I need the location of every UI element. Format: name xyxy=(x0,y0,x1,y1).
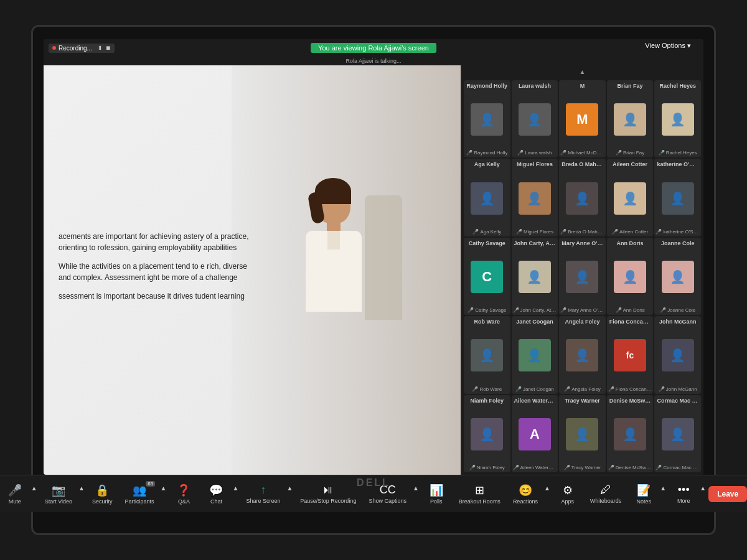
captions-chevron[interactable]: ▲ xyxy=(413,485,419,492)
more-chevron[interactable]: ▲ xyxy=(700,485,706,492)
mic-icon: 🎤 xyxy=(659,386,665,392)
scroll-up[interactable]: ▲ xyxy=(461,65,703,78)
mic-icon: 🎤 xyxy=(608,386,614,392)
participant-name-bottom: 🎤Brian Fay xyxy=(608,150,652,156)
participant-name-top: katherine O'Sull... xyxy=(655,161,700,167)
list-item: Mary Anne O'Ca...👤🎤Mary Anne O'Carroll xyxy=(559,238,606,315)
slide-bullet-3: ssessment is important because it drives… xyxy=(59,291,258,302)
participant-name-bottom: 🎤katherine O'Sullivan xyxy=(655,229,700,235)
mic-icon: 🎤 xyxy=(469,465,476,470)
mic-icon: 🎤 xyxy=(472,386,478,392)
pause-icon[interactable]: ⏸ xyxy=(97,45,103,51)
start-video-button[interactable]: 📷 Start Video xyxy=(40,481,77,507)
whiteboards-icon: 🖊 xyxy=(600,483,611,497)
stop-icon[interactable]: ⏹ xyxy=(105,45,111,51)
share-icon: ↑ xyxy=(260,483,266,497)
participant-name-bottom: 🎤Raymond Holly xyxy=(465,150,509,156)
slide-area: acements are important for achieving ast… xyxy=(44,65,461,475)
mute-chevron[interactable]: ▲ xyxy=(31,485,37,492)
list-item: Denise McSwee...👤🎤Denise McSweeney xyxy=(607,395,654,472)
mute-label: Mute xyxy=(9,498,21,505)
participant-name-bottom: 🎤Niamh Foley xyxy=(465,465,509,470)
more-button[interactable]: ••• More xyxy=(669,481,698,506)
mic-icon: 🎤 xyxy=(517,150,524,156)
participants-chevron[interactable]: ▲ xyxy=(161,485,167,492)
slide-bullet-1: acements are important for achieving ast… xyxy=(59,231,258,253)
list-item: Cormac Mac Sw...👤🎤Cormac Mac Sweeney xyxy=(654,395,701,472)
participant-name-top: Joanne Cole xyxy=(655,240,700,246)
participant-name-top: John McGann xyxy=(655,319,700,325)
leave-button[interactable]: Leave xyxy=(708,486,747,502)
more-label: More xyxy=(677,498,690,504)
mute-icon: 🎤 xyxy=(8,483,22,497)
video-chevron[interactable]: ▲ xyxy=(78,485,85,492)
mic-icon: 🎤 xyxy=(513,465,519,470)
avatar: 👤 xyxy=(662,339,694,371)
list-item: John Carty, Atlantic TU👤🎤John Carty, Atl… xyxy=(512,238,558,315)
breakout-label: Breakout Rooms xyxy=(459,498,500,505)
notes-button[interactable]: 📝 Notes xyxy=(629,481,659,507)
slide-bullet-2: While the activities on a placement tend… xyxy=(59,261,258,283)
participant-name-top: Brian Fay xyxy=(608,83,652,89)
avatar: 👤 xyxy=(519,182,551,215)
pause-stop-button[interactable]: ⏯ Pause/Stop Recording xyxy=(295,481,361,506)
breakout-button[interactable]: ⊞ Breakout Rooms xyxy=(454,481,505,507)
participant-name-top: Rachel Heyes xyxy=(655,83,700,89)
chat-button[interactable]: 💬 Chat xyxy=(201,481,231,507)
mic-icon: 🎤 xyxy=(564,386,570,392)
mic-icon: 🎤 xyxy=(608,465,614,470)
avatar: 👤 xyxy=(614,261,646,293)
share-screen-button[interactable]: ↑ Share Screen xyxy=(241,481,285,506)
mute-group: 🎤 Mute ▲ xyxy=(0,481,37,507)
mute-button[interactable]: 🎤 Mute xyxy=(0,481,30,507)
participant-name-bottom: 🎤Aileen Waterman xyxy=(513,465,557,470)
avatar: 👤 xyxy=(614,182,646,215)
participants-icon: 👥 xyxy=(133,484,146,497)
qa-button[interactable]: ❓ Q&A xyxy=(169,481,199,507)
participants-group: 👥 63 Participants ▲ xyxy=(120,481,167,507)
participant-name-top: Angela Foley xyxy=(560,319,604,325)
mic-icon: 🎤 xyxy=(655,465,662,470)
list-item: Aileen Cotter👤🎤Aileen Cotter xyxy=(607,159,654,236)
participant-name-top: Rob Ware xyxy=(465,319,509,325)
apps-button[interactable]: ⚙ Apps xyxy=(553,481,583,507)
reactions-chevron[interactable]: ▲ xyxy=(544,485,550,492)
reactions-button[interactable]: 😊 Reactions xyxy=(508,481,543,507)
apps-label: Apps xyxy=(561,498,575,505)
avatar: 👤 xyxy=(662,418,694,450)
avatar: 👤 xyxy=(566,261,598,293)
avatar: 👤 xyxy=(662,103,694,136)
participant-name-top: John Carty, Atlantic TU xyxy=(513,240,557,246)
avatar: 👤 xyxy=(566,339,598,371)
polls-button[interactable]: 📊 Polls xyxy=(421,481,451,507)
participant-name-top: Aileen Cotter xyxy=(608,161,652,167)
mic-icon: 🎤 xyxy=(616,307,622,313)
mic-icon: 🎤 xyxy=(466,150,472,156)
share-label: Share Screen xyxy=(246,498,280,504)
mic-icon: 🎤 xyxy=(560,229,566,235)
mic-icon: 🎤 xyxy=(659,150,665,156)
participant-name-bottom: 🎤Michael McDonnell xyxy=(560,150,604,156)
share-chevron[interactable]: ▲ xyxy=(286,485,293,492)
monitor: Recording... ⏸ ⏹ You are viewing Rola Aj… xyxy=(31,25,716,535)
notes-chevron[interactable]: ▲ xyxy=(660,485,666,492)
chat-icon: 💬 xyxy=(209,483,223,497)
mic-icon: 🎤 xyxy=(560,307,566,313)
avatar: C xyxy=(471,261,503,293)
list-item: Fiona Concannonfc🎤Fiona Concannon xyxy=(607,316,654,393)
list-item: Tracy Warner👤🎤Tracy Warner xyxy=(559,395,606,472)
participants-button[interactable]: 👥 63 Participants xyxy=(120,481,159,507)
view-options-button[interactable]: View Options ▾ xyxy=(645,42,691,50)
list-item: Aga Kelly👤🎤Aga Kelly xyxy=(464,159,510,236)
participant-name-bottom: 🎤Janet Coogan xyxy=(513,386,557,392)
participant-name-bottom: 🎤Miguel Flores xyxy=(513,229,557,235)
participant-name-bottom: 🎤Rob Ware xyxy=(465,386,509,392)
participant-name-top: Aga Kelly xyxy=(465,161,509,167)
chat-chevron[interactable]: ▲ xyxy=(232,485,238,492)
security-button[interactable]: 🔒 Security xyxy=(87,481,118,507)
avatar: 👤 xyxy=(662,261,694,293)
participant-name-top: Mary Anne O'Ca... xyxy=(560,240,604,246)
whiteboards-button[interactable]: 🖊 Whiteboards xyxy=(585,481,627,506)
reactions-icon: 😊 xyxy=(519,483,532,497)
participant-name-bottom: 🎤Angela Foley xyxy=(560,386,604,392)
